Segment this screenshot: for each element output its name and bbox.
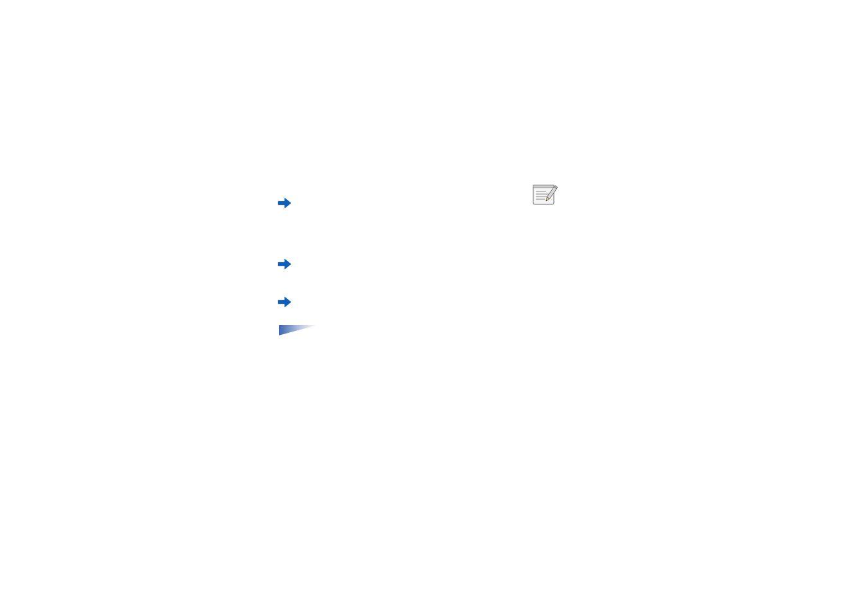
page-canvas [0,0,868,613]
svg-rect-1 [533,185,554,188]
triangle-gradient-icon [279,325,317,335]
arrow-right-icon [278,296,292,308]
arrow-right-icon [278,258,292,270]
notepad-edit-icon [532,184,560,207]
arrow-right-icon [278,197,292,209]
